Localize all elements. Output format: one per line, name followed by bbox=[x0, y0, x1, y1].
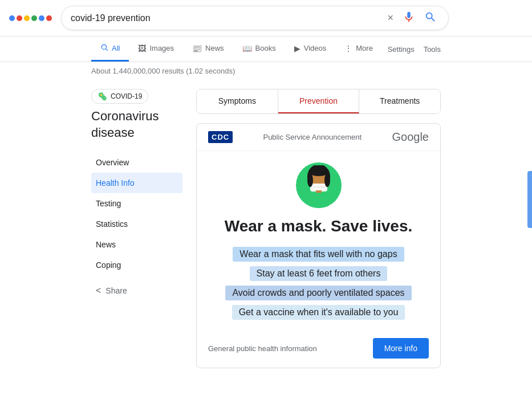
logo-dot-blue bbox=[9, 15, 15, 21]
tip-1: Wear a mask that fits well with no gaps bbox=[214, 247, 423, 262]
tip-2: Stay at least 6 feet from others bbox=[214, 266, 423, 281]
topic-tabs: Symptoms Prevention Treatments bbox=[196, 89, 441, 114]
sidebar-item-testing[interactable]: Testing bbox=[91, 193, 182, 214]
avatar bbox=[296, 162, 342, 208]
cdc-card-footer: General public health information More i… bbox=[197, 329, 440, 368]
svg-rect-4 bbox=[310, 184, 327, 192]
logo-dot-red2 bbox=[46, 15, 52, 21]
search-bar: × bbox=[61, 6, 449, 30]
tip-3: Avoid crowds and poorly ventilated space… bbox=[214, 286, 423, 300]
images-icon: 🖼 bbox=[138, 44, 146, 53]
more-info-button[interactable]: More info bbox=[373, 338, 429, 359]
avatar-container bbox=[214, 162, 423, 208]
share-button[interactable]: < Share bbox=[91, 280, 182, 302]
main-heading: Wear a mask. Save lives. bbox=[214, 217, 423, 235]
tab-books[interactable]: 📖 Books bbox=[233, 37, 285, 62]
voice-button[interactable] bbox=[400, 11, 417, 25]
news-icon: 📰 bbox=[192, 44, 202, 53]
svg-line-1 bbox=[106, 49, 108, 51]
tip-text-3: Avoid crowds and poorly ventilated space… bbox=[225, 286, 411, 300]
tools-link[interactable]: Tools bbox=[424, 45, 441, 54]
topic-tab-treatments[interactable]: Treatments bbox=[359, 89, 440, 113]
footer-label: General public health information bbox=[208, 344, 317, 353]
person-illustration bbox=[299, 165, 339, 208]
tab-all[interactable]: All bbox=[91, 36, 129, 62]
results-count: About 1,440,000,000 results (1.02 second… bbox=[0, 62, 532, 80]
tip-4: Get a vaccine when it's available to you bbox=[214, 305, 423, 320]
svg-point-11 bbox=[308, 167, 329, 176]
tab-images[interactable]: 🖼 Images bbox=[129, 37, 183, 62]
svg-point-8 bbox=[307, 193, 330, 206]
tab-videos[interactable]: ▶ Videos bbox=[285, 37, 336, 62]
tab-more[interactable]: ⋮ More bbox=[335, 37, 382, 62]
clear-button[interactable]: × bbox=[385, 12, 396, 24]
all-icon bbox=[100, 43, 108, 53]
sidebar-nav: Overview Health Info Testing Statistics … bbox=[91, 152, 182, 275]
covid-badge-icon: 🦠 bbox=[98, 92, 107, 101]
covid-badge-label: COVID-19 bbox=[111, 92, 142, 100]
topic-tab-symptoms[interactable]: Symptoms bbox=[197, 89, 278, 113]
top-bar: × bbox=[0, 0, 532, 36]
logo-dot-green bbox=[31, 15, 37, 21]
cdc-announcement: Public Service Announcement bbox=[263, 133, 362, 141]
search-input[interactable] bbox=[71, 13, 380, 23]
videos-icon: ▶ bbox=[294, 44, 300, 53]
disease-title: Coronavirus disease bbox=[91, 108, 182, 141]
sidebar: 🦠 COVID-19 Coronavirus disease Overview … bbox=[91, 80, 182, 368]
sidebar-item-statistics[interactable]: Statistics bbox=[91, 214, 182, 234]
sidebar-item-news[interactable]: News bbox=[91, 234, 182, 255]
cdc-card-body: Wear a mask. Save lives. Wear a mask tha… bbox=[197, 151, 440, 320]
logo-dot-red bbox=[17, 15, 22, 21]
cdc-card: CDC Public Service Announcement Google bbox=[196, 123, 441, 368]
cdc-card-header: CDC Public Service Announcement Google bbox=[197, 124, 440, 151]
books-icon: 📖 bbox=[242, 44, 252, 53]
share-icon: < bbox=[96, 286, 101, 296]
logo-dot-yellow bbox=[24, 15, 30, 21]
google-logo bbox=[9, 15, 52, 21]
more-icon: ⋮ bbox=[344, 44, 352, 53]
search-submit-button[interactable] bbox=[422, 11, 439, 25]
main-content: 🦠 COVID-19 Coronavirus disease Overview … bbox=[0, 80, 532, 368]
tip-text-2: Stay at least 6 feet from others bbox=[250, 266, 388, 281]
logo-dot-blue2 bbox=[39, 15, 44, 21]
nav-tabs: All 🖼 Images 📰 News 📖 Books ▶ Videos ⋮ M… bbox=[0, 36, 532, 62]
nav-settings: Settings Tools bbox=[388, 45, 441, 54]
topic-tab-prevention[interactable]: Prevention bbox=[278, 89, 360, 113]
tab-news[interactable]: 📰 News bbox=[183, 37, 233, 62]
tip-text-4: Get a vaccine when it's available to you bbox=[232, 305, 405, 320]
settings-link[interactable]: Settings bbox=[388, 45, 415, 54]
scroll-indicator bbox=[527, 171, 532, 228]
sidebar-item-overview[interactable]: Overview bbox=[91, 152, 182, 173]
cdc-logo: CDC bbox=[208, 131, 233, 143]
tip-text-1: Wear a mask that fits well with no gaps bbox=[233, 247, 404, 262]
google-label: Google bbox=[392, 131, 429, 144]
sidebar-item-coping[interactable]: Coping bbox=[91, 255, 182, 275]
svg-point-10 bbox=[324, 173, 330, 187]
sidebar-item-health-info[interactable]: Health Info bbox=[91, 173, 182, 193]
content-area: Symptoms Prevention Treatments CDC Publi… bbox=[196, 80, 441, 368]
svg-point-0 bbox=[101, 44, 106, 49]
covid-badge: 🦠 COVID-19 bbox=[91, 89, 148, 104]
svg-point-9 bbox=[307, 173, 313, 187]
